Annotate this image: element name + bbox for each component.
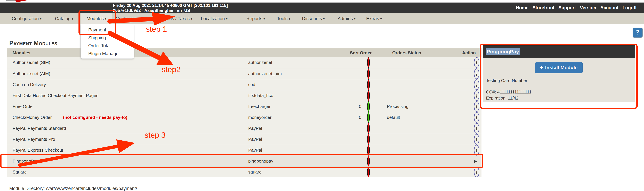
- info-icon[interactable]: i: [474, 90, 479, 101]
- status-dot: [367, 167, 370, 178]
- nav-item-reports[interactable]: Reports▾: [246, 13, 265, 24]
- nav-item-tools[interactable]: Tools▾: [277, 13, 290, 24]
- table-row[interactable]: First Data Hosted Checkout Payment Pages…: [7, 90, 482, 101]
- dropdown-item-shipping[interactable]: Shipping: [81, 34, 134, 42]
- top-link-home[interactable]: Home: [516, 5, 528, 10]
- action-cell: i: [465, 112, 483, 123]
- help-button[interactable]: ?: [632, 28, 643, 38]
- nav-item-modules[interactable]: Modules▾: [81, 13, 112, 24]
- action-cell: i: [465, 68, 483, 79]
- detail-panel-header: PingpongPay: [483, 46, 635, 58]
- nav-item-customers[interactable]: Customers▾: [116, 13, 140, 24]
- nav-item-label: Modules: [86, 16, 104, 21]
- dropdown-item-payment[interactable]: Payment: [81, 26, 134, 34]
- module-name: PayPal Payments Pro: [12, 134, 55, 144]
- module-code: PayPal: [248, 134, 262, 144]
- plus-icon: +: [540, 64, 543, 70]
- nav-item-label: Locations / Taxes: [154, 16, 190, 21]
- chevron-down-icon: ▾: [354, 17, 356, 20]
- top-link-logoff[interactable]: Logoff: [622, 5, 636, 10]
- chevron-down-icon: ▾: [139, 17, 140, 20]
- nav-item-label: Catalog: [55, 16, 70, 21]
- status-dot: [367, 145, 370, 156]
- sort-order-value: [348, 123, 361, 134]
- info-icon[interactable]: i: [474, 57, 479, 68]
- status-dot: [367, 90, 370, 101]
- table-row[interactable]: Square square i: [7, 166, 482, 178]
- module-code: cod: [248, 79, 255, 90]
- server-datetime: Friday 20 Aug 2021 21:14:45 +0800 GMT [2…: [113, 3, 228, 13]
- page-title: Payment Modules: [9, 40, 57, 47]
- install-module-button[interactable]: +Install Module: [535, 62, 583, 73]
- module-name: Free Order: [12, 101, 34, 112]
- nav-item-locations-taxes[interactable]: Locations / Taxes▾: [154, 13, 192, 24]
- module-name: Square: [12, 167, 27, 178]
- nav-item-localization[interactable]: Localization▾: [201, 13, 228, 24]
- module-name: First Data Hosted Checkout Payment Pages: [12, 90, 98, 101]
- module-name: Authorize.net (SIM): [12, 57, 50, 68]
- zencart-admin-page: Friday 20 Aug 2021 21:14:45 +0800 GMT [2…: [0, 0, 644, 191]
- chevron-down-icon: ▾: [40, 17, 42, 20]
- module-code: PayPal: [248, 123, 262, 134]
- table-row[interactable]: Authorize.net (SIM) authorizenet i: [7, 57, 482, 68]
- status-dot: [367, 79, 370, 90]
- dropdown-item-order-total[interactable]: Order Total: [81, 42, 134, 50]
- nav-item-admins[interactable]: Admins▾: [338, 13, 356, 24]
- sort-order-value: [348, 79, 361, 90]
- top-link-version[interactable]: Version: [580, 5, 596, 10]
- info-icon[interactable]: i: [474, 101, 479, 112]
- nav-item-label: Discounts: [302, 16, 322, 21]
- info-icon[interactable]: i: [474, 145, 479, 156]
- module-name: Check/Money Order: [12, 112, 52, 123]
- nav-item-label: Tools: [277, 16, 288, 21]
- info-icon[interactable]: i: [474, 134, 479, 144]
- table-row[interactable]: PayPal Express Checkout PayPal i: [7, 144, 482, 156]
- dropdown-item-plugin-manager[interactable]: Plugin Manager: [81, 50, 134, 58]
- info-icon[interactable]: i: [474, 79, 479, 90]
- action-cell: i: [465, 134, 483, 144]
- top-link-storefront[interactable]: Storefront: [532, 5, 554, 10]
- chevron-down-icon: ▾: [289, 17, 290, 20]
- header-action: Action: [450, 48, 476, 57]
- table-row[interactable]: Cash on Delivery cod i: [7, 79, 482, 90]
- testing-card-label: Testing Card Number:: [486, 78, 528, 83]
- header-orders-status: Orders Status: [392, 48, 421, 57]
- nav-item-discounts[interactable]: Discounts▾: [302, 13, 325, 24]
- table-row[interactable]: PayPal Payments Standard PayPal i: [7, 123, 482, 134]
- action-cell: i: [465, 79, 483, 90]
- module-code: authorizenet_aim: [248, 68, 282, 79]
- modules-dropdown: PaymentShippingOrder TotalPlugin Manager: [80, 24, 134, 59]
- info-icon[interactable]: i: [474, 112, 479, 123]
- status-dot: [367, 112, 370, 123]
- header-modules: Modules: [12, 48, 30, 57]
- module-directory-label: Module Directory:: [9, 186, 45, 191]
- module-name: PayPal Express Checkout: [12, 145, 63, 156]
- top-links: HomeStorefrontSupportVersionAccountLogof…: [516, 5, 637, 10]
- info-icon[interactable]: i: [474, 68, 479, 79]
- module-name: Authorize.net (AIM): [12, 68, 50, 79]
- test-cc-expiration: Expiration: 11/42: [486, 96, 518, 101]
- info-icon[interactable]: i: [474, 123, 479, 134]
- info-icon[interactable]: i: [474, 167, 479, 178]
- module-name: PayPal Payments Standard: [12, 123, 66, 134]
- table-row[interactable]: Authorize.net (AIM) authorizenet_aim i: [7, 68, 482, 79]
- table-row[interactable]: PayPal Payments Pro PayPal i: [7, 134, 482, 144]
- nav-item-configuration[interactable]: Configuration▾: [12, 13, 42, 24]
- module-code: pingpongpay: [248, 156, 273, 166]
- module-code: freecharger: [248, 101, 270, 112]
- table-row[interactable]: Free Order freecharger 0 Processing i: [7, 101, 482, 112]
- chevron-down-icon: ▾: [72, 17, 74, 20]
- chevron-down-icon: ▾: [380, 17, 382, 20]
- module-name: PingpongPay: [12, 156, 39, 166]
- sort-order-value: 0: [348, 112, 361, 123]
- header-sort-order: Sort Order: [338, 48, 372, 57]
- nav-item-extras[interactable]: Extras▾: [366, 13, 382, 24]
- nav-item-catalog[interactable]: Catalog▾: [55, 13, 74, 24]
- table-row[interactable]: PingpongPay pingpongpay ▶: [7, 156, 482, 166]
- top-link-account[interactable]: Account: [600, 5, 618, 10]
- module-warning-note: (not configured - needs pay-to): [63, 112, 128, 123]
- edit-play-icon[interactable]: ▶: [474, 156, 477, 166]
- table-row[interactable]: Check/Money Order (not configured - need…: [7, 112, 482, 123]
- nav-item-label: Configuration: [12, 16, 39, 21]
- top-link-support[interactable]: Support: [558, 5, 576, 10]
